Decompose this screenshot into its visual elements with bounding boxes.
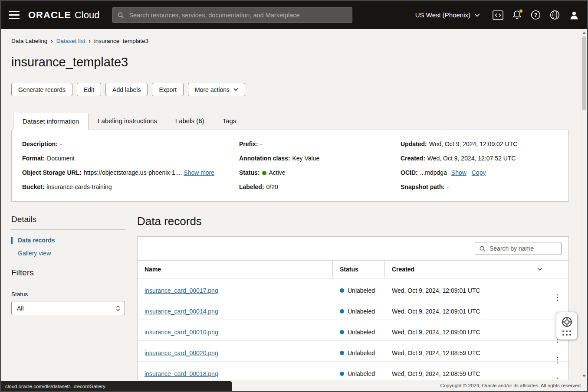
global-search-input[interactable]: [128, 11, 348, 19]
status-dot-unlabeled: [340, 330, 344, 334]
tab-dataset-information[interactable]: Dataset information: [13, 113, 89, 130]
data-records-panel: Name Status Created insurance_c: [137, 236, 569, 380]
gallery-view-link[interactable]: Gallery view: [18, 250, 51, 257]
developer-tools-icon[interactable]: [493, 10, 503, 20]
record-link[interactable]: insurance_card_00020.png: [145, 350, 218, 356]
field-value: -: [447, 183, 449, 190]
more-actions-button[interactable]: More actions: [188, 83, 245, 96]
record-search[interactable]: [475, 242, 562, 255]
status-dot-unlabeled: [340, 351, 344, 355]
field-description: Description:-: [22, 140, 239, 149]
search-icon: [117, 12, 124, 19]
field-value: -: [60, 140, 62, 147]
sort-chevron-icon[interactable]: [537, 268, 542, 271]
row-kebab-menu-icon[interactable]: ⋮: [549, 354, 566, 365]
record-link[interactable]: insurance_card_00014.png: [145, 308, 218, 315]
status-filter-select[interactable]: All: [11, 301, 125, 315]
details-heading: Details: [11, 215, 125, 230]
record-created: Wed, Oct 9, 2024, 12:09:01 UTC: [385, 308, 549, 315]
field-value: https://objectstorage.us-phoenix-1....: [84, 169, 182, 176]
help-life-ring-icon[interactable]: [561, 316, 573, 328]
record-status-label: Unlabeled: [348, 329, 375, 336]
field-ocid: OCID:...mdpdga Show Copy: [401, 168, 558, 177]
browser-window: ORACLE Cloud US West (Phoenix): [0, 0, 588, 392]
field-labeled: Labeled:0/20: [239, 183, 401, 192]
table-row: insurance_card_00017.png Unlabeled Wed, …: [138, 278, 568, 299]
more-actions-label: More actions: [195, 86, 230, 93]
language-globe-icon[interactable]: [550, 10, 560, 20]
field-value: Document: [47, 155, 75, 162]
scrollbar-thumb[interactable]: [582, 36, 586, 110]
field-status: Status:Active: [239, 168, 401, 177]
brand-cloud-text: Cloud: [75, 10, 99, 21]
topbar: ORACLE Cloud US West (Phoenix): [1, 1, 587, 29]
breadcrumb-separator-icon: ›: [89, 38, 90, 44]
sidebar-item-data-records[interactable]: Data records: [11, 237, 125, 244]
user-avatar-icon[interactable]: [569, 10, 579, 20]
info-column-3: Updated:Wed, Oct 9, 2024, 12:09:02 UTC C…: [401, 140, 558, 197]
ocid-copy-link[interactable]: Copy: [472, 169, 486, 176]
record-link[interactable]: insurance_card_00017.png: [145, 287, 218, 294]
record-created: Wed, Oct 9, 2024, 12:08:59 UTC: [385, 350, 549, 356]
record-created: Wed, Oct 9, 2024, 12:08:59 UTC: [385, 370, 549, 377]
row-kebab-menu-icon[interactable]: ⋮: [549, 292, 566, 303]
region-selector[interactable]: US West (Phoenix): [415, 11, 480, 19]
tab-tags[interactable]: Tags: [214, 113, 246, 130]
search-icon: [479, 245, 486, 252]
scroll-up-arrow-icon[interactable]: [582, 32, 586, 34]
field-value: Key Value: [292, 155, 319, 162]
vertical-scrollbar[interactable]: [581, 29, 587, 380]
breadcrumb-dataset-list-link[interactable]: Dataset list: [56, 38, 85, 44]
field-value: ...mdpdga: [420, 169, 447, 176]
ocid-show-link[interactable]: Show: [451, 169, 466, 176]
drag-handle-icon[interactable]: [562, 330, 571, 336]
notifications-bell-icon[interactable]: [512, 10, 522, 20]
table-header: Name Status Created: [138, 260, 568, 278]
field-value: Wed, Oct 9, 2024, 12:07:52 UTC: [427, 155, 516, 162]
row-kebab-menu-icon[interactable]: ⋮: [549, 375, 566, 380]
tab-labeling-instructions[interactable]: Labeling instructions: [89, 113, 166, 130]
info-column-1: Description:- Format:Document Object Sto…: [22, 140, 239, 197]
field-label: Created:: [401, 155, 425, 162]
details-sidebar: Details Data records Gallery view Filter…: [11, 215, 125, 380]
breadcrumb-current: insurance_template3: [94, 38, 148, 44]
column-header-name[interactable]: Name: [138, 261, 333, 278]
hamburger-menu-button[interactable]: [6, 6, 22, 24]
action-buttons-row: Generate records Edit Add labels Export …: [11, 83, 569, 96]
table-row: insurance_card_00014.png Unlabeled Wed, …: [138, 299, 568, 320]
field-label: Prefix:: [239, 140, 258, 147]
page-viewport: Data Labeling › Dataset list › insurance…: [1, 29, 587, 380]
add-labels-button[interactable]: Add labels: [105, 83, 148, 96]
scroll-down-arrow-icon[interactable]: [582, 375, 586, 377]
record-search-input[interactable]: [489, 245, 557, 252]
global-search[interactable]: [112, 7, 352, 23]
field-value: Wed, Oct 9, 2024, 12:09:02 UTC: [429, 140, 518, 147]
details-nav: Data records Gallery view: [11, 237, 125, 257]
chevron-down-icon: [474, 13, 480, 17]
edit-button[interactable]: Edit: [77, 83, 101, 96]
column-header-status[interactable]: Status: [333, 261, 385, 278]
page-content: Data Labeling › Dataset list › insurance…: [1, 29, 581, 380]
breadcrumb-data-labeling[interactable]: Data Labeling: [11, 38, 47, 44]
field-bucket: Bucket:insurance-cards-training: [22, 183, 239, 192]
show-more-link[interactable]: Show more: [184, 169, 214, 176]
sidebar-item-gallery-view[interactable]: Gallery view: [11, 250, 125, 257]
data-records-heading: Data records: [137, 215, 569, 228]
field-value: -: [260, 140, 263, 147]
record-link[interactable]: insurance_card_00010.png: [145, 329, 218, 336]
record-link[interactable]: insurance_card_00018.png: [145, 370, 218, 377]
column-header-created[interactable]: Created: [385, 261, 549, 278]
field-label: Status:: [239, 169, 260, 176]
field-object-storage-url: Object Storage URL:https://objectstorage…: [22, 168, 239, 177]
link-preview-url: cloud.oracle.com/dls/dataset/.../recordG…: [1, 381, 232, 391]
help-icon[interactable]: ?: [531, 10, 541, 20]
export-button[interactable]: Export: [152, 83, 183, 96]
field-value: 0/20: [266, 183, 278, 190]
statusbar: cloud.oracle.com/dls/dataset/.../recordG…: [1, 380, 587, 391]
assistance-widget[interactable]: [556, 312, 578, 340]
oracle-cloud-logo[interactable]: ORACLE Cloud: [28, 10, 99, 21]
tab-labels[interactable]: Labels (6): [166, 113, 214, 130]
generate-records-button[interactable]: Generate records: [11, 83, 72, 96]
filters-heading: Filters: [11, 268, 125, 283]
svg-text:?: ?: [534, 12, 537, 18]
